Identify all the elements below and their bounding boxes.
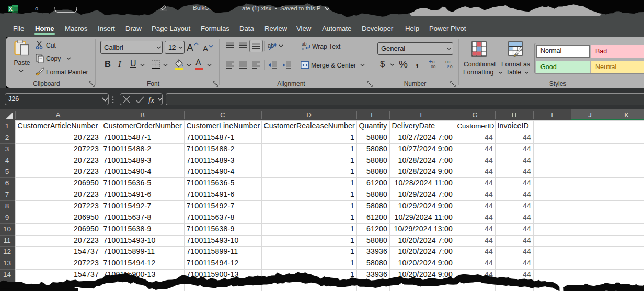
svg-text:X: X <box>9 6 13 12</box>
